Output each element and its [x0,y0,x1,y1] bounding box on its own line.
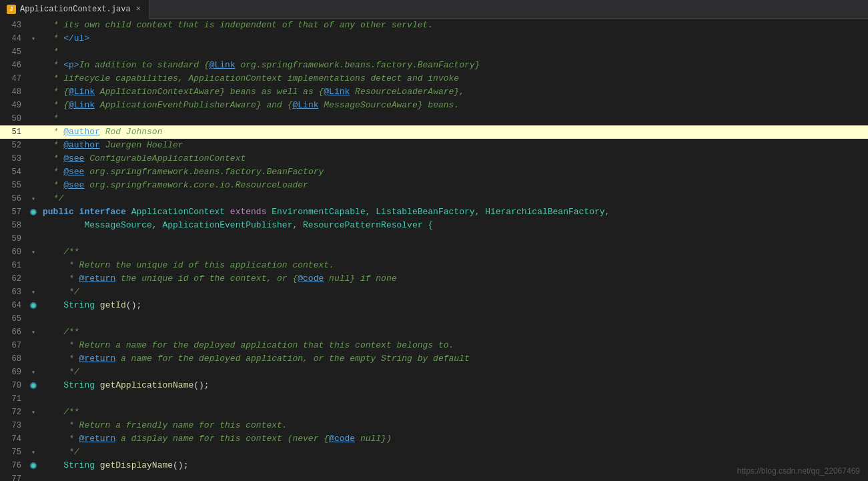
line-content: * Return a name for the deployed applica… [40,339,868,352]
method-icon [30,462,37,469]
line-number: 53 [0,152,27,165]
tab-bar: J ApplicationContext.java × [0,0,868,19]
line-row: 57public interface ApplicationContext ex… [0,205,868,219]
file-tab[interactable]: J ApplicationContext.java × [0,0,149,19]
line-row: 55 * @see org.springframework.core.io.Re… [0,179,868,192]
tab-filename: ApplicationContext.java [20,5,131,14]
line-content: * Return the unique id of this applicati… [40,259,868,272]
line-row: 58 MessageSource, ApplicationEventPublis… [0,219,868,232]
line-number: 60 [0,246,27,259]
line-row: 69▾ */ [0,366,868,379]
line-number: 68 [0,352,27,366]
line-row: 46 * <p>In addition to standard {@Link o… [0,59,868,72]
line-content: * @see org.springframework.beans.factory… [40,165,868,179]
line-content: * @return a display name for this contex… [40,432,868,446]
line-number: 57 [0,205,27,219]
close-icon[interactable]: × [135,3,142,15]
line-content: * </ul> [40,32,868,45]
line-content: */ [40,366,868,379]
line-row: 54 * @see org.springframework.beans.fact… [0,165,868,179]
line-row: 56▾ */ [0,192,868,205]
line-row: 52 * @author Juergen Hoeller [0,139,868,152]
line-content: */ [40,192,868,205]
line-content: /** [40,326,868,339]
fold-icon[interactable]: ▾ [29,448,37,456]
fold-icon[interactable]: ▾ [29,288,37,296]
line-content: * @author Juergen Hoeller [40,139,868,152]
line-number: 47 [0,72,27,85]
line-number: 75 [0,446,27,459]
line-number: 62 [0,272,27,286]
line-number: 44 [0,32,27,45]
line-content: * @see org.springframework.core.io.Resou… [40,179,868,192]
line-row: 66▾ /** [0,326,868,339]
line-number: 45 [0,45,27,59]
line-number: 65 [0,312,27,326]
java-file-icon: J [7,5,16,14]
line-content [40,312,868,326]
method-icon [30,302,37,309]
line-row: 59 [0,232,868,246]
line-number: 55 [0,179,27,192]
line-number: 58 [0,219,27,232]
line-row: 50 * [0,112,868,125]
watermark: https://blog.csdn.net/qq_22067469 [737,466,860,476]
line-content: * lifecycle capabilities, ApplicationCon… [40,72,868,85]
line-number: 76 [0,459,27,472]
line-row: 67 * Return a name for the deployed appl… [0,339,868,352]
line-content: MessageSource, ApplicationEventPublisher… [40,219,868,232]
fold-icon[interactable]: ▾ [29,195,37,203]
line-number: 64 [0,299,27,312]
method-icon [30,382,37,389]
line-row: 47 * lifecycle capabilities, Application… [0,72,868,85]
line-content: * @see ConfigurableApplicationContext [40,152,868,165]
line-content: String getId(); [40,299,868,312]
line-content: * {@Link ApplicationEventPublisherAware}… [40,99,868,112]
method-icon [30,209,37,215]
line-row: 74 * @return a display name for this con… [0,432,868,446]
line-content: * @return the unique id of the context, … [40,272,868,286]
line-content: /** [40,246,868,259]
line-row: 45 * [0,45,868,59]
line-content: * [40,112,868,125]
line-row: 60▾ /** [0,246,868,259]
line-number: 49 [0,99,27,112]
line-row: 43 * its own child context that is indep… [0,19,868,32]
line-number: 46 [0,59,27,72]
line-content: String getApplicationName(); [40,379,868,392]
line-number: 50 [0,112,27,125]
line-content: * @author Rod Johnson [40,125,868,139]
line-content: */ [40,286,868,299]
line-row: 70 String getApplicationName(); [0,379,868,392]
line-row: 71 [0,392,868,406]
line-number: 72 [0,406,27,419]
line-content: * @return a name for the deployed applic… [40,352,868,366]
line-row: 72▾ /** [0,406,868,419]
line-number: 77 [0,472,27,481]
line-content [40,232,868,246]
line-number: 61 [0,259,27,272]
line-row: 63▾ */ [0,286,868,299]
line-content: * its own child context that is independ… [40,19,868,32]
fold-icon[interactable]: ▾ [29,408,37,416]
line-number: 73 [0,419,27,432]
line-content: * Return a friendly name for this contex… [40,419,868,432]
fold-icon[interactable]: ▾ [29,368,37,376]
fold-icon[interactable]: ▾ [29,35,37,43]
line-row: 65 [0,312,868,326]
line-number: 54 [0,165,27,179]
line-row: 62 * @return the unique id of the contex… [0,272,868,286]
line-row: 73 * Return a friendly name for this con… [0,419,868,432]
line-content: * {@Link ApplicationContextAware} beans … [40,85,868,99]
line-row: 49 * {@Link ApplicationEventPublisherAwa… [0,99,868,112]
line-row: 53 * @see ConfigurableApplicationContext [0,152,868,165]
line-row: 44▾ * </ul> [0,32,868,45]
line-number: 66 [0,326,27,339]
line-row: 61 * Return the unique id of this applic… [0,259,868,272]
line-row: 75▾ */ [0,446,868,459]
line-number: 56 [0,192,27,205]
line-content: */ [40,446,868,459]
fold-icon[interactable]: ▾ [29,248,37,256]
fold-icon[interactable]: ▾ [29,328,37,336]
line-content: * [40,45,868,59]
